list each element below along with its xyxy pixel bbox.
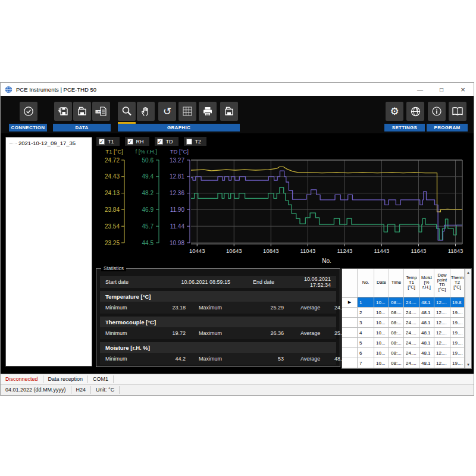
table-cell[interactable]: 08:...	[389, 348, 404, 358]
table-cell[interactable]: 48.1	[419, 338, 434, 348]
tree-item-measurement[interactable]: 2021-10-12_09_17_35	[7, 140, 90, 146]
info-button[interactable]	[428, 102, 446, 121]
manual-button[interactable]	[449, 102, 466, 121]
table-cell[interactable]: 12....	[434, 318, 450, 328]
table-cell[interactable]: 48.1	[419, 298, 434, 308]
table-cell[interactable]: 19....	[450, 318, 465, 328]
column-header[interactable]: Date	[374, 269, 389, 298]
table-cell[interactable]: 48.1	[419, 318, 434, 328]
save-graphic-button[interactable]	[220, 102, 238, 121]
table-cell[interactable]: 7	[358, 358, 374, 368]
connection-button[interactable]	[20, 102, 37, 121]
table-cell[interactable]: 19....	[450, 338, 465, 348]
column-header[interactable]: No.	[358, 269, 374, 298]
legend-chip-t2[interactable]: T2	[184, 137, 207, 146]
legend-chip-t1[interactable]: ✓ T1	[96, 137, 120, 146]
table-cell[interactable]: 08:...	[389, 338, 404, 348]
pan-tool-button[interactable]	[137, 102, 155, 121]
scroll-up-icon[interactable]: ▲	[466, 271, 470, 274]
minimize-button[interactable]: —	[409, 83, 431, 96]
checkbox-t2[interactable]	[186, 139, 192, 145]
chart[interactable]: T1 [°C]24.7224.4324.1323.8423.5423.25f […	[96, 146, 472, 268]
close-button[interactable]: ×	[452, 83, 474, 96]
checkbox-td[interactable]: ✓	[157, 139, 163, 145]
table-cell[interactable]: 24....	[404, 348, 419, 358]
legend-chip-td[interactable]: ✓ TD	[155, 137, 178, 146]
row-marker-cell[interactable]	[342, 308, 358, 318]
checkbox-rh[interactable]: ✓	[127, 139, 133, 145]
table-cell[interactable]: 48.1	[419, 358, 434, 368]
table-cell[interactable]: 10...	[374, 308, 389, 318]
table-cell[interactable]: 19.8	[450, 298, 465, 308]
column-header[interactable]: Time	[389, 269, 404, 298]
table-cell[interactable]: 1	[358, 298, 374, 308]
table-cell[interactable]: 24....	[404, 298, 419, 308]
scroll-down-icon[interactable]: ▼	[466, 363, 470, 367]
table-cell[interactable]: 12....	[434, 328, 450, 338]
maximize-button[interactable]: □	[431, 83, 452, 96]
column-header[interactable]: Moist [% r.H.]	[419, 269, 434, 298]
column-header[interactable]: Therm T2 [°C]	[450, 269, 465, 298]
table-cell[interactable]: 24....	[404, 328, 419, 338]
tick-label-T1: 23.84	[105, 206, 120, 213]
table-cell[interactable]: 19....	[450, 308, 465, 318]
content-area: 2021-10-12_09_17_35 ✓ T1 ✓ RH ✓ TD T2 T1…	[1, 133, 474, 374]
row-marker-cell[interactable]	[342, 328, 358, 338]
settings-button[interactable]: ⚙	[386, 102, 403, 121]
table-cell[interactable]: 19....	[450, 328, 465, 338]
table-cell[interactable]: 48.1	[419, 348, 434, 358]
table-cell[interactable]: 24....	[404, 338, 419, 348]
table-cell[interactable]: 5	[358, 338, 374, 348]
legend-chip-rh[interactable]: ✓ RH	[125, 137, 149, 146]
row-marker-cell[interactable]	[342, 318, 358, 328]
table-cell[interactable]: 10...	[374, 358, 389, 368]
table-cell[interactable]: 24....	[404, 308, 419, 318]
row-marker-cell[interactable]: ▶	[342, 298, 358, 308]
checkbox-t1[interactable]: ✓	[99, 139, 105, 145]
row-marker-cell[interactable]	[342, 338, 358, 348]
column-header[interactable]: Dew point TD [°C]	[434, 269, 450, 298]
table-cell[interactable]: 10...	[374, 348, 389, 358]
table-cell[interactable]: 4	[358, 328, 374, 338]
load-data-button[interactable]	[73, 102, 91, 121]
table-cell[interactable]: 10...	[374, 298, 389, 308]
column-header[interactable]: Temp T1 [°C]	[404, 269, 419, 298]
zoom-tool-button[interactable]	[118, 102, 136, 121]
row-marker-cell[interactable]	[342, 348, 358, 358]
table-cell[interactable]: 10...	[374, 318, 389, 328]
table-cell[interactable]: 19....	[450, 358, 465, 368]
language-button[interactable]	[406, 102, 424, 121]
table-cell[interactable]: 12....	[434, 348, 450, 358]
table-cell[interactable]: 12....	[434, 338, 450, 348]
table-cell[interactable]: 24....	[404, 358, 419, 368]
table-cell[interactable]: 12....	[434, 308, 450, 318]
tick-label-RH: 45.7	[142, 223, 154, 230]
table-cell[interactable]: 48.1	[419, 328, 434, 338]
stats-section-title: Thermocouple [°C]	[100, 317, 336, 327]
csv-export-button[interactable]: CSV	[92, 102, 110, 121]
table-cell[interactable]: 19....	[450, 348, 465, 358]
table-cell[interactable]: 10...	[374, 338, 389, 348]
table-scrollbar[interactable]: ▲ ▼	[465, 269, 471, 368]
table-cell[interactable]: 6	[358, 348, 374, 358]
grid-toggle-button[interactable]	[178, 102, 196, 121]
tick-label-T1: 24.13	[105, 190, 120, 196]
table-cell[interactable]: 08:...	[389, 298, 404, 308]
table-cell[interactable]: 08:...	[389, 308, 404, 318]
table-cell[interactable]: 48.1	[419, 308, 434, 318]
table-cell[interactable]: 3	[358, 318, 374, 328]
table-cell[interactable]: 2	[358, 308, 374, 318]
table-cell[interactable]: 08:...	[389, 318, 404, 328]
reset-view-button[interactable]: ↺	[158, 102, 176, 121]
table-cell[interactable]: 24....	[404, 318, 419, 328]
table-cell[interactable]: 12....	[434, 358, 450, 368]
table-cell[interactable]: 08:...	[389, 358, 404, 368]
print-button[interactable]	[199, 102, 217, 121]
table-cell[interactable]: 08:...	[389, 328, 404, 338]
row-marker-cell[interactable]	[342, 358, 358, 368]
table-cell[interactable]: 12....	[434, 298, 450, 308]
group-label-connection: CONNECTION	[9, 124, 47, 131]
max-value: 53	[242, 356, 284, 362]
table-cell[interactable]: 10...	[374, 328, 389, 338]
save-data-button[interactable]	[54, 102, 72, 121]
